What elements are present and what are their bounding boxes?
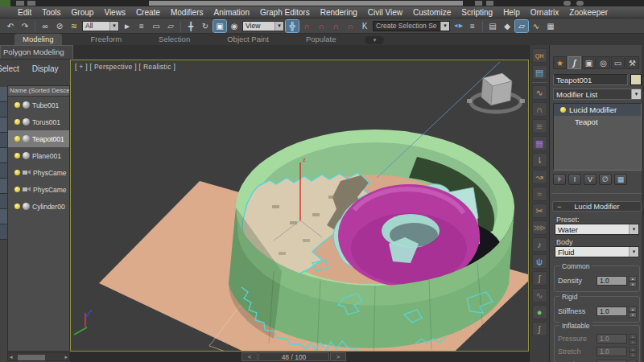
visibility-bulb-icon[interactable] bbox=[14, 187, 20, 192]
ribbon-tab-modeling[interactable]: Modeling bbox=[14, 34, 62, 45]
selection-filter-dropdown[interactable]: All ▾ bbox=[82, 21, 119, 31]
layer-manager-icon[interactable]: ▤ bbox=[486, 20, 499, 32]
explorer-filter-icon[interactable] bbox=[0, 87, 7, 102]
viewport-scene[interactable]: z bbox=[71, 60, 529, 352]
viewport-label[interactable]: [ + ] [ Perspective ] [ Realistic ] bbox=[75, 63, 175, 71]
ribbon-tab-object-paint[interactable]: Object Paint bbox=[219, 34, 277, 45]
schematic-view-icon[interactable]: ▦ bbox=[544, 20, 557, 32]
ornatrix-frizz-icon[interactable]: ↝ bbox=[532, 170, 547, 184]
graphite-ribbon-icon[interactable]: ◆ bbox=[501, 20, 514, 32]
ornatrix-curve-icon[interactable]: ∩ bbox=[532, 102, 547, 117]
menu-create[interactable]: Create bbox=[136, 8, 160, 17]
perspective-viewport[interactable]: z [ + ] [ Perspective ] [ bbox=[70, 60, 529, 352]
object-name-field[interactable]: Teapot001 bbox=[553, 74, 628, 85]
spinner-snap-icon[interactable]: ∩ bbox=[344, 20, 357, 32]
object-color-swatch[interactable] bbox=[630, 74, 642, 85]
keyboard-override-icon[interactable]: K bbox=[358, 20, 371, 32]
select-manipulate-icon[interactable]: ╬ bbox=[286, 20, 299, 32]
menu-scripting[interactable]: Scripting bbox=[461, 8, 493, 17]
curve-editor-icon[interactable]: ∿ bbox=[530, 20, 543, 32]
ornatrix-list-icon[interactable]: ▤ bbox=[532, 65, 547, 80]
snap-toggle-3d-icon[interactable]: ∩ bbox=[300, 20, 313, 32]
ornatrix-ground-strands-icon[interactable]: ψ bbox=[532, 254, 547, 269]
preset-dropdown[interactable]: Water ▾ bbox=[555, 224, 639, 235]
modifier-list-dropdown[interactable]: Modifier List ▾ bbox=[553, 88, 642, 100]
next-frame-button[interactable]: > bbox=[330, 352, 346, 361]
visibility-bulb-icon[interactable] bbox=[14, 136, 20, 142]
ribbon-tab-populate[interactable]: Populate bbox=[298, 34, 345, 45]
menu-customize[interactable]: Customize bbox=[413, 8, 451, 17]
stiffness-spinner[interactable]: ▲▼ bbox=[629, 306, 637, 316]
modify-tab-icon[interactable]: ʃ bbox=[568, 56, 581, 69]
display-tab-icon[interactable]: ▭ bbox=[611, 56, 625, 69]
explorer-filter-icon[interactable] bbox=[0, 117, 7, 133]
select-scale-icon[interactable]: ▣ bbox=[213, 20, 226, 32]
undo-icon[interactable]: ↶ bbox=[4, 20, 17, 32]
ornatrix-wave-icon[interactable]: ∿ bbox=[532, 288, 547, 302]
dropdown-arrow-icon[interactable]: ▾ bbox=[440, 22, 449, 31]
remove-modifier-button[interactable]: ∅ bbox=[599, 174, 612, 185]
lucid-modifier-rollout-header[interactable]: − Lucid Modifier bbox=[552, 201, 642, 212]
unlink-icon[interactable]: ⊘ bbox=[53, 20, 66, 32]
modifier-enabled-bulb-icon[interactable] bbox=[560, 107, 566, 113]
menu-zookeeper[interactable]: Zookeeper bbox=[569, 8, 608, 17]
stack-item-lucid-modifier[interactable]: Lucid Modifier bbox=[554, 104, 641, 116]
list-item[interactable]: Cylinder00 bbox=[8, 198, 69, 215]
use-center-icon[interactable]: ◉ bbox=[228, 20, 241, 32]
dropdown-arrow-icon[interactable]: ▾ bbox=[275, 22, 283, 31]
select-move-icon[interactable]: ╋ bbox=[184, 20, 197, 32]
viewcube[interactable] bbox=[467, 73, 525, 112]
menu-ornatrix[interactable]: Ornatrix bbox=[530, 8, 559, 17]
reference-coordinate-dropdown[interactable]: View ▾ bbox=[242, 21, 284, 31]
redo-icon[interactable]: ↷ bbox=[19, 20, 31, 32]
explorer-horizontal-scrollbar[interactable]: ◂ ▸ bbox=[7, 352, 70, 361]
list-item[interactable]: Tube001 bbox=[8, 97, 69, 113]
select-link-icon[interactable]: ∞ bbox=[39, 20, 52, 32]
pin-stack-button[interactable]: ⊦ bbox=[553, 174, 566, 185]
hierarchy-tab-icon[interactable]: ▣ bbox=[582, 56, 596, 69]
select-by-name-icon[interactable]: ≡ bbox=[135, 20, 148, 32]
explorer-column-header[interactable]: Name (Sorted Descen bbox=[8, 86, 69, 97]
utilities-tab-icon[interactable]: ⚒ bbox=[625, 56, 639, 69]
show-end-result-button[interactable]: I bbox=[568, 174, 581, 185]
scroll-left-icon[interactable]: ◂ bbox=[8, 354, 14, 360]
create-tab-icon[interactable]: ★ bbox=[553, 56, 567, 69]
ornatrix-gravity-icon[interactable]: ⇂ bbox=[532, 153, 547, 167]
explorer-filter-icon[interactable] bbox=[0, 133, 7, 148]
dropdown-arrow-icon[interactable]: ▾ bbox=[631, 89, 641, 99]
current-frame-field[interactable]: 48 / 100 bbox=[258, 352, 329, 361]
app-logo-icon[interactable] bbox=[0, 0, 10, 6]
density-field[interactable]: 1.0 bbox=[597, 276, 627, 286]
explorer-filter-icon[interactable] bbox=[0, 194, 7, 209]
ribbon-overflow-icon[interactable]: ▾ bbox=[365, 36, 384, 44]
menu-graph-editors[interactable]: Graph Editors bbox=[260, 8, 310, 17]
explorer-display-menu[interactable]: Display bbox=[32, 64, 59, 73]
explorer-filter-icon[interactable] bbox=[0, 102, 7, 117]
explorer-filter-icon[interactable] bbox=[0, 163, 7, 179]
ribbon-tab-freeform[interactable]: Freeform bbox=[83, 34, 130, 45]
menu-edit[interactable]: Edit bbox=[18, 8, 31, 17]
scrollbar-thumb[interactable] bbox=[18, 355, 45, 360]
body-dropdown[interactable]: Fluid ▾ bbox=[555, 246, 639, 257]
ornatrix-strands-icon[interactable]: ≋ bbox=[532, 119, 547, 134]
menu-animation[interactable]: Animation bbox=[213, 8, 249, 17]
rectangular-selection-icon[interactable]: ▭ bbox=[150, 20, 163, 32]
time-slider-bar[interactable]: < 48 / 100 > bbox=[70, 352, 529, 362]
angle-snap-icon[interactable]: ∩ bbox=[315, 20, 328, 32]
scroll-right-icon[interactable]: ▸ bbox=[63, 354, 69, 360]
visibility-bulb-icon[interactable] bbox=[14, 204, 20, 209]
explorer-select-menu[interactable]: Select bbox=[0, 64, 19, 73]
ornatrix-quickhair-icon[interactable]: QH bbox=[532, 48, 547, 63]
make-unique-button[interactable]: V bbox=[584, 174, 597, 185]
density-spinner[interactable]: ▲▼ bbox=[629, 276, 637, 286]
ornatrix-comb-icon[interactable]: ▦ bbox=[532, 136, 547, 150]
dropdown-arrow-icon[interactable]: ▾ bbox=[629, 224, 638, 234]
menu-views[interactable]: Views bbox=[104, 8, 126, 17]
menu-modifiers[interactable]: Modifiers bbox=[171, 8, 204, 17]
menu-group[interactable]: Group bbox=[72, 8, 94, 17]
motion-tab-icon[interactable]: ◎ bbox=[597, 56, 610, 69]
select-rotate-icon[interactable]: ↻ bbox=[199, 20, 212, 32]
mirror-icon[interactable]: ◄▶ bbox=[452, 20, 464, 32]
configure-modifier-sets-button[interactable]: ▦ bbox=[614, 174, 627, 185]
ornatrix-animation-icon[interactable]: ♪ bbox=[532, 237, 547, 252]
